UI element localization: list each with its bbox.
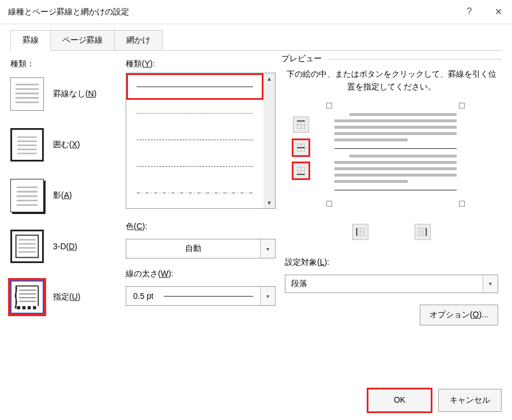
- apply-to-dropdown[interactable]: 段落 ▾: [285, 275, 498, 293]
- scroll-down-icon[interactable]: ▼: [266, 200, 272, 206]
- close-icon[interactable]: ✕: [492, 6, 504, 17]
- style-dashed[interactable]: [126, 153, 263, 179]
- color-value: 自動: [126, 243, 260, 254]
- preview-border-bottom-button[interactable]: [293, 163, 309, 179]
- apply-to-value: 段落: [285, 279, 483, 289]
- setting-none-icon: [10, 77, 44, 111]
- preview-border-left-button[interactable]: [352, 224, 368, 240]
- apply-to-arrow-icon[interactable]: ▾: [483, 275, 498, 292]
- cancel-button[interactable]: キャンセル: [438, 389, 502, 412]
- color-dropdown-arrow-icon[interactable]: ▾: [260, 239, 275, 258]
- setting-custom-label: 指定(U): [53, 292, 80, 302]
- preview-label: プレビュー: [281, 54, 327, 64]
- tab-shading[interactable]: 網かけ: [114, 30, 163, 51]
- width-dropdown-arrow-icon[interactable]: ▾: [260, 287, 275, 305]
- width-dropdown[interactable]: 0.5 pt ▾: [126, 286, 276, 306]
- preview-border-top-button[interactable]: [293, 117, 309, 133]
- setting-shadow-label: 影(A): [53, 190, 72, 201]
- preview-instruction: 下の絵の中、またはボタンをクリックして、罫線を引く位置を指定してください。: [285, 68, 498, 93]
- svg-rect-15: [16, 235, 39, 258]
- svg-rect-29: [33, 306, 36, 310]
- preview-canvas[interactable]: [321, 103, 470, 207]
- width-sample-line: [164, 296, 253, 297]
- help-icon[interactable]: ?: [464, 6, 475, 17]
- preview-border-inside-h-button[interactable]: [293, 140, 309, 156]
- apply-to-label: 設定対象(L):: [285, 257, 329, 268]
- svg-rect-26: [17, 306, 21, 310]
- ok-button[interactable]: OK: [368, 389, 431, 412]
- tab-borders[interactable]: 罫線: [10, 30, 51, 51]
- style-dashed-small[interactable]: [126, 126, 263, 153]
- style-dotted[interactable]: [126, 100, 263, 126]
- style-dashdot[interactable]: [126, 179, 263, 206]
- svg-rect-27: [22, 306, 26, 310]
- style-label: 種類(Y):: [126, 59, 155, 69]
- svg-rect-28: [28, 306, 31, 310]
- style-scrollbar[interactable]: ▲ ▼: [263, 73, 275, 208]
- width-label: 線の太さ(W):: [126, 269, 173, 279]
- setting-none[interactable]: 罫線なし(N): [10, 77, 120, 111]
- setting-custom-icon: [10, 280, 44, 314]
- settings-label: 種類：: [10, 59, 35, 69]
- setting-custom[interactable]: 指定(U): [10, 280, 120, 314]
- setting-3d[interactable]: 3-D(D): [10, 230, 120, 263]
- scroll-up-icon[interactable]: ▲: [266, 76, 272, 82]
- setting-box-icon: [10, 128, 44, 162]
- setting-3d-label: 3-D(D): [53, 242, 77, 251]
- color-dropdown[interactable]: 自動 ▾: [126, 239, 276, 258]
- setting-3d-icon: [10, 230, 44, 263]
- setting-shadow[interactable]: 影(A): [10, 179, 120, 212]
- options-button[interactable]: オプション(O)...: [420, 305, 498, 325]
- dialog-title: 線種とページ罫線と網かけの設定: [8, 7, 464, 17]
- setting-none-label: 罫線なし(N): [53, 89, 96, 99]
- setting-shadow-icon: [10, 179, 44, 212]
- tab-page-borders[interactable]: ページ罫線: [50, 30, 115, 51]
- preview-border-right-button[interactable]: [415, 224, 431, 240]
- style-solid[interactable]: [126, 73, 263, 100]
- setting-box-label: 囲む(X): [53, 140, 80, 150]
- width-value: 0.5 pt: [133, 291, 153, 301]
- color-label: 色(C):: [126, 222, 147, 232]
- style-listbox[interactable]: ▲ ▼: [126, 73, 276, 209]
- setting-box[interactable]: 囲む(X): [10, 128, 120, 162]
